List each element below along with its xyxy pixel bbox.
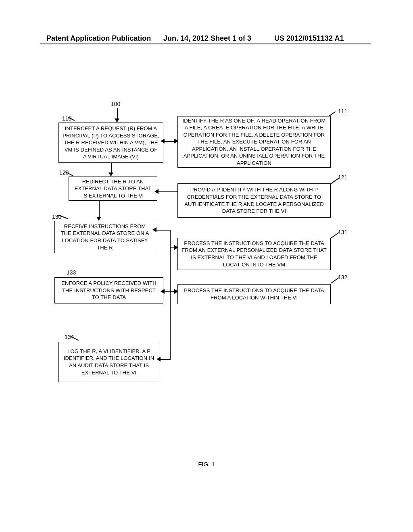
- label-130: 130: [52, 214, 61, 220]
- label-111: 111: [338, 108, 347, 114]
- arrowhead-133-132: [174, 289, 178, 294]
- arrowhead-120-130: [96, 217, 101, 221]
- box-111: IDENTIFY THE R AS ONE OF: A READ OPERATI…: [177, 116, 331, 168]
- header-center: Jun. 14, 2012 Sheet 1 of 3: [163, 34, 251, 43]
- arrowhead-main: [115, 118, 119, 123]
- box-110: INTERCEPT A REQUEST (R) FROM A PRINCIPAL…: [58, 123, 163, 163]
- box-121: PROVID A P IDENTITY WITH THE R ALONG WIT…: [177, 183, 331, 218]
- box-131: PROCESS THE INSTRUCTIONS TO ACQUIRE THE …: [177, 238, 331, 270]
- box-134: LOG THE R, A VI IDENTIFIER, A P IDENTIFI…: [58, 342, 159, 382]
- arrowhead-111-110: [161, 139, 165, 143]
- arrow-mid-v: [170, 248, 171, 292]
- label-132: 132: [338, 274, 347, 281]
- box-132: PROCESS THE INSTRUCTIONS TO ACQUIRE THE …: [177, 284, 331, 304]
- leader-121: [331, 178, 339, 184]
- arrow-130-top-h: [155, 230, 171, 231]
- arrowhead-121-120: [154, 189, 159, 194]
- header-left: Patent Application Publication: [46, 34, 151, 43]
- label-121: 121: [338, 174, 347, 181]
- box-120: REDIRECT THE R TO AN EXTERNAL DATA STORE…: [69, 177, 157, 201]
- header-right: US 2012/0151132 A1: [274, 34, 344, 43]
- arrowhead-131-130: [152, 227, 156, 232]
- label-133: 133: [67, 269, 76, 276]
- box-133: ENFORCE A POLICY RECEIVED WITH THE INSTR…: [54, 277, 163, 303]
- arrow-134-v: [170, 292, 171, 360]
- arrowhead-130-131: [174, 245, 178, 250]
- arrow-121-120: [157, 191, 177, 192]
- flow-diagram: 100 110 111 120 121 130 131 132 133 134 …: [40, 105, 371, 419]
- arrowhead-110-120: [108, 172, 113, 177]
- box-130: RECEIVE INSTRUCTIONS FROM THE EXTERNAL D…: [54, 221, 155, 253]
- arrowhead-to-134: [156, 357, 161, 362]
- arrow-130-top-v: [170, 230, 171, 248]
- arrow-120-130: [99, 201, 100, 218]
- label-131: 131: [338, 229, 347, 235]
- arrow-134-h: [159, 359, 171, 360]
- figure-caption: FIG. 1: [0, 461, 413, 468]
- header-divider: [40, 44, 371, 44]
- arrow-main: [117, 108, 118, 119]
- arrow-110-120: [111, 163, 112, 173]
- label-100: 100: [111, 101, 120, 107]
- arrowhead-132-133: [161, 289, 165, 294]
- arrowhead-110-111: [174, 139, 178, 143]
